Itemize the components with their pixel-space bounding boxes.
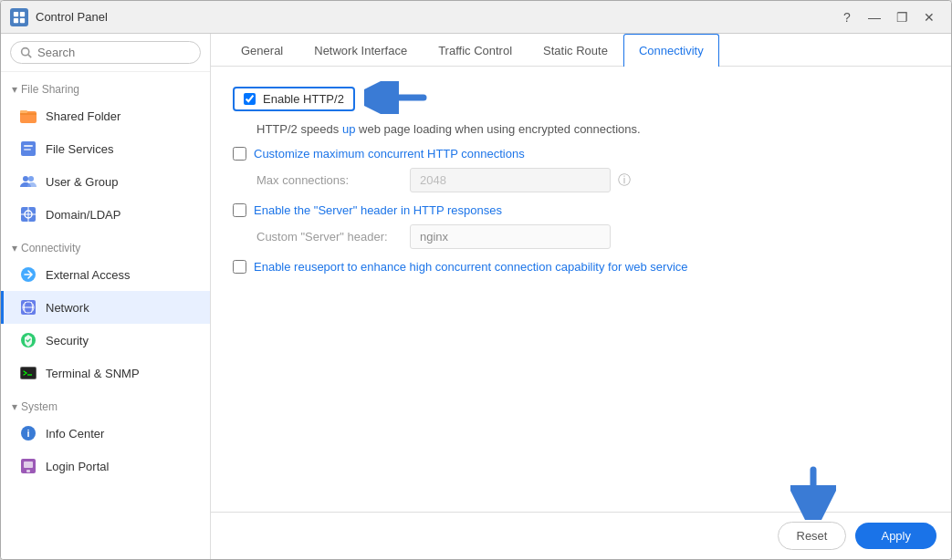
- section-label-connectivity: Connectivity: [21, 242, 80, 254]
- tab-general[interactable]: General: [225, 34, 298, 67]
- sidebar-item-shared-folder[interactable]: Shared Folder: [1, 99, 210, 132]
- titlebar: Control Panel ? — ❐ ✕: [1, 1, 951, 34]
- enable-reuseport-label[interactable]: Enable reuseport to enhance high concurr…: [254, 260, 688, 274]
- login-portal-icon: [18, 456, 38, 476]
- tab-network-interface[interactable]: Network Interface: [298, 34, 423, 67]
- enable-http2-checkbox[interactable]: [244, 93, 256, 105]
- sidebar-item-info-center[interactable]: i Info Center: [1, 417, 210, 450]
- main-layout: File Sharing Shared Folder File Services: [1, 34, 951, 559]
- chevron-system: [12, 400, 17, 413]
- section-header-file-sharing[interactable]: File Sharing: [1, 76, 210, 99]
- max-connections-row: Max connections: ⓘ: [256, 168, 929, 192]
- custom-server-header-input[interactable]: [410, 224, 611, 249]
- section-header-connectivity[interactable]: Connectivity: [1, 234, 210, 258]
- maximize-button[interactable]: ❐: [889, 5, 915, 30]
- sidebar-item-network[interactable]: Network: [1, 291, 210, 324]
- section-label-system: System: [21, 400, 58, 413]
- svg-line-5: [28, 55, 31, 57]
- search-box[interactable]: [10, 41, 201, 64]
- http2-desc-suffix: web page loading when using encrypted co…: [355, 122, 640, 136]
- help-button[interactable]: ?: [834, 5, 860, 30]
- enable-server-header-label[interactable]: Enable the "Server" header in HTTP respo…: [254, 203, 502, 217]
- sidebar-label-network: Network: [46, 301, 89, 315]
- sidebar-item-external-access[interactable]: External Access: [1, 258, 210, 291]
- domain-icon: [18, 204, 38, 224]
- svg-rect-1: [20, 11, 25, 16]
- svg-rect-0: [14, 11, 18, 16]
- section-label-file-sharing: File Sharing: [21, 83, 79, 96]
- search-input[interactable]: [37, 46, 191, 59]
- http2-description: HTTP/2 speeds up web page loading when u…: [256, 122, 929, 136]
- network-icon: [18, 297, 38, 317]
- chevron-file-sharing: [12, 83, 17, 96]
- app-icon: [10, 8, 28, 26]
- chevron-connectivity: [12, 242, 17, 254]
- http2-desc-link: up: [342, 122, 355, 136]
- svg-text:i: i: [26, 428, 29, 439]
- section-connectivity: Connectivity External Access Network: [1, 234, 210, 389]
- svg-rect-7: [20, 110, 27, 113]
- tab-bar: General Network Interface Traffic Contro…: [211, 34, 951, 67]
- sidebar-label-external-access: External Access: [46, 268, 131, 282]
- sidebar-label-user-group: User & Group: [46, 175, 118, 189]
- max-connections-info-icon: ⓘ: [618, 172, 631, 189]
- info-center-icon: i: [18, 423, 38, 443]
- max-connections-input[interactable]: [410, 168, 611, 192]
- svg-rect-27: [24, 461, 33, 468]
- sidebar-label-shared-folder: Shared Folder: [46, 109, 120, 123]
- svg-point-12: [28, 176, 34, 181]
- user-group-icon: [18, 171, 38, 192]
- section-system: System i Info Center Login Portal: [1, 393, 210, 482]
- minimize-button[interactable]: —: [862, 5, 887, 30]
- http2-desc-prefix: HTTP/2 speeds: [256, 122, 342, 136]
- section-header-system[interactable]: System: [1, 393, 210, 417]
- terminal-icon: [18, 363, 38, 383]
- customize-connections-label[interactable]: Customize maximum concurrent HTTP connec…: [254, 147, 525, 161]
- shared-folder-icon: [18, 106, 38, 126]
- content-area: General Network Interface Traffic Contro…: [211, 34, 951, 559]
- sidebar: File Sharing Shared Folder File Services: [1, 34, 211, 559]
- svg-rect-22: [21, 368, 36, 379]
- customize-connections-row: Customize maximum concurrent HTTP connec…: [233, 147, 929, 161]
- enable-http2-label[interactable]: Enable HTTP/2: [263, 92, 344, 106]
- max-connections-label: Max connections:: [256, 173, 403, 187]
- sidebar-label-info-center: Info Center: [46, 427, 104, 441]
- main-window: Control Panel ? — ❐ ✕ File Sharing: [0, 0, 952, 560]
- svg-rect-10: [24, 149, 31, 150]
- sidebar-item-security[interactable]: Security: [1, 324, 210, 357]
- content-wrapper: General Network Interface Traffic Contro…: [211, 34, 951, 559]
- arrow-annotation-http2: [364, 81, 428, 117]
- panel-body: Enable HTTP/2: [211, 67, 951, 512]
- sidebar-item-login-portal[interactable]: Login Portal: [1, 450, 210, 482]
- customize-connections-checkbox[interactable]: [233, 147, 246, 161]
- sidebar-item-user-group[interactable]: User & Group: [1, 165, 210, 198]
- sidebar-label-file-services: File Services: [46, 142, 113, 156]
- arrow-annotation-apply: [790, 465, 836, 523]
- svg-rect-2: [14, 17, 18, 22]
- sidebar-search-container: [1, 34, 210, 72]
- svg-point-11: [23, 176, 28, 181]
- enable-server-header-row: Enable the "Server" header in HTTP respo…: [233, 203, 929, 217]
- custom-server-header-label: Custom "Server" header:: [256, 230, 403, 244]
- window-controls: ? — ❐ ✕: [834, 5, 942, 30]
- enable-server-header-checkbox[interactable]: [233, 203, 246, 217]
- enable-http2-container: Enable HTTP/2: [233, 87, 355, 111]
- reset-button[interactable]: Reset: [778, 522, 847, 550]
- svg-rect-9: [24, 145, 33, 147]
- sidebar-item-file-services[interactable]: File Services: [1, 132, 210, 165]
- section-file-sharing: File Sharing Shared Folder File Services: [1, 76, 210, 231]
- svg-point-4: [22, 48, 29, 56]
- security-icon: [18, 330, 38, 350]
- sidebar-item-terminal-snmp[interactable]: Terminal & SNMP: [1, 357, 210, 389]
- tab-traffic-control[interactable]: Traffic Control: [423, 34, 528, 67]
- sidebar-item-domain-ldap[interactable]: Domain/LDAP: [1, 198, 210, 231]
- svg-rect-28: [26, 470, 30, 472]
- sidebar-label-domain-ldap: Domain/LDAP: [46, 208, 120, 222]
- sidebar-label-login-portal: Login Portal: [46, 460, 109, 473]
- tab-static-route[interactable]: Static Route: [528, 34, 623, 67]
- apply-button[interactable]: Apply: [855, 523, 936, 549]
- close-button[interactable]: ✕: [916, 5, 942, 30]
- external-access-icon: [18, 264, 38, 285]
- enable-reuseport-checkbox[interactable]: [233, 260, 246, 274]
- tab-connectivity[interactable]: Connectivity: [623, 34, 719, 67]
